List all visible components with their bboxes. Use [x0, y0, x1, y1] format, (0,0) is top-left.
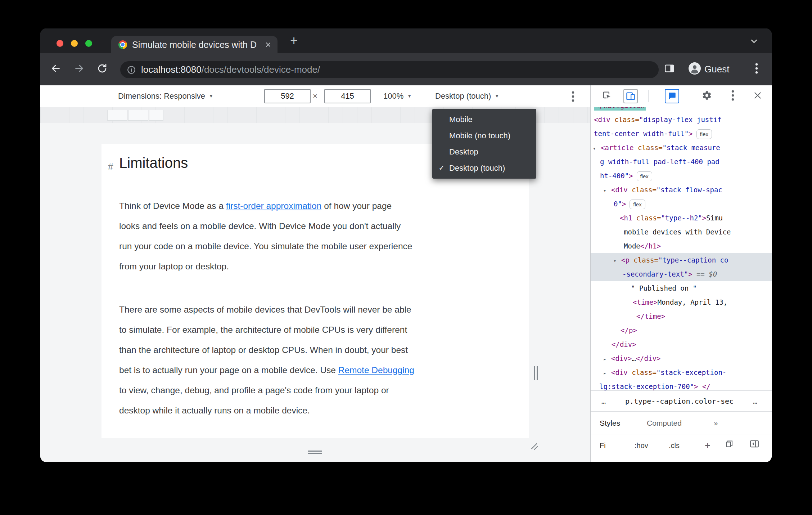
breadcrumb-overflow-left[interactable]: … [601, 391, 606, 412]
browser-menu-kebab-icon[interactable] [755, 63, 758, 75]
dimensions-selector[interactable]: Dimensions: Responsive▼ [118, 85, 213, 107]
gear-icon[interactable] [702, 90, 712, 102]
heading-anchor-hash[interactable]: # [108, 157, 113, 176]
breadcrumb-overflow-right[interactable]: … [753, 391, 757, 412]
dom-tree-node[interactable]: ▾<p class="type--caption co [591, 253, 772, 267]
devtools-kebab-icon[interactable] [731, 90, 734, 102]
dom-tree-node[interactable]: ▸<div>…</div> [591, 351, 772, 366]
sidebar-tab-bar: Styles Computed » [591, 411, 772, 434]
dom-tree-node[interactable]: </p> [591, 323, 772, 337]
disclosure-arrow-icon[interactable]: ▸ [603, 366, 611, 380]
dropdown-item[interactable]: Mobile (no touch) [432, 127, 536, 144]
toggle-element-state-button[interactable]: :hov [635, 434, 648, 457]
console-bubble-icon[interactable] [665, 89, 679, 103]
viewport-width-input[interactable] [264, 89, 311, 103]
url-text: localhost:8080/docs/devtools/device-mode… [141, 64, 320, 75]
dom-tree-node[interactable]: mobile devices with Device [591, 225, 772, 239]
dropdown-item-label: Mobile [449, 115, 473, 124]
tab-close-icon[interactable] [264, 40, 272, 50]
paragraph-text: from your laptop or desktop. [119, 261, 229, 271]
code-segment: > </ [694, 382, 710, 390]
viewport-resize-handle-right[interactable] [534, 366, 535, 380]
tab-styles[interactable]: Styles [600, 412, 620, 435]
inline-link[interactable]: Remote Debugging [338, 365, 414, 375]
element-classes-button[interactable]: .cls [669, 434, 680, 457]
new-tab-button[interactable]: + [290, 33, 298, 48]
flex-badge[interactable]: flex [696, 129, 712, 139]
browser-tab[interactable]: Simulate mobile devices with D [111, 36, 278, 53]
viewport-resize-handle-bottom[interactable] [308, 451, 322, 452]
tab-overflow-chevrons[interactable]: » [714, 412, 719, 435]
viewport-resize-handle-corner[interactable] [530, 442, 538, 452]
paragraph-line: to view, change, debug, and profile a pa… [119, 380, 514, 400]
viewport-height-input[interactable] [324, 89, 371, 103]
back-icon[interactable] [50, 63, 62, 76]
disclosure-arrow-icon[interactable]: ▾ [593, 142, 601, 156]
inspect-icon[interactable] [602, 90, 612, 102]
reload-icon[interactable] [97, 63, 108, 75]
dom-tree-node[interactable]: g width-full pad-left-400 pad [591, 155, 772, 169]
code-segment: </p> [621, 326, 637, 334]
dom-tree-node[interactable]: ▸<div class="stack-exception- [591, 366, 772, 380]
viewport-resize-handle-right[interactable] [537, 366, 538, 380]
code-segment: <h1 [620, 214, 632, 222]
dom-tree-node[interactable]: 0">flex [591, 197, 772, 211]
dom-tree-node[interactable]: Mode</h1> [591, 239, 772, 253]
breadcrumb-selected-node[interactable]: p.type--caption.color-sec [625, 391, 734, 412]
disclosure-arrow-icon[interactable]: ▾ [613, 254, 621, 268]
zoom-value: 100% [383, 91, 403, 100]
dom-tree-node[interactable]: </navigation [591, 107, 772, 113]
dropdown-item[interactable]: Desktop [432, 144, 536, 160]
window-zoom-button[interactable] [85, 40, 92, 47]
devtools-toolbar [590, 85, 772, 107]
styles-filter-input[interactable]: Fi [600, 434, 606, 457]
code-segment: lg:stack-exception-700" [599, 382, 694, 390]
paragraph-text: to simulate. For example, the architectu… [119, 325, 407, 335]
viewport-resize-handle-bottom[interactable] [308, 453, 322, 454]
zoom-selector[interactable]: 100%▼ [383, 85, 412, 107]
tab-strip: Simulate mobile devices with D + [40, 28, 772, 53]
inline-link[interactable]: first-order approximation [226, 201, 322, 211]
copy-styles-icon[interactable] [725, 434, 734, 457]
code-segment: </div> [636, 354, 661, 362]
dom-tree-node[interactable]: <time>Monday, April 13, [591, 295, 772, 309]
device-type-selector[interactable]: Desktop (touch)▼ [435, 85, 499, 107]
window-minimize-button[interactable] [71, 40, 78, 47]
dom-tree-node[interactable]: <h1 class="type--h2">Simu [591, 211, 772, 225]
devtools-close-icon[interactable] [753, 91, 762, 102]
toolbar-divider [648, 90, 649, 102]
dom-tree-node[interactable]: <div class="display-flex justif [591, 113, 772, 127]
dom-tree-node[interactable]: -secondary-text"> == $0 [591, 267, 772, 281]
code-segment: </navigation [594, 107, 646, 111]
chevron-down-icon[interactable] [750, 37, 758, 46]
dom-tree-node[interactable]: </div> [591, 337, 772, 351]
address-bar[interactable]: localhost:8080/docs/devtools/device-mode… [120, 61, 659, 78]
disclosure-arrow-icon[interactable]: ▾ [603, 184, 611, 198]
code-segment: Mode [624, 242, 640, 250]
dropdown-item[interactable]: ✓Desktop (touch) [432, 160, 536, 176]
side-panel-icon[interactable] [664, 64, 675, 74]
flex-badge[interactable]: flex [630, 200, 645, 209]
avatar[interactable] [689, 62, 701, 76]
new-style-rule-button[interactable]: + [705, 434, 710, 457]
dropdown-item[interactable]: Mobile [432, 111, 536, 127]
window-close-button[interactable] [57, 40, 63, 47]
disclosure-arrow-icon[interactable]: ▸ [603, 352, 611, 366]
profile-name[interactable]: Guest [704, 64, 729, 75]
dom-tree-node[interactable]: ▾<div class="stack flow-spac [591, 183, 772, 197]
forward-icon[interactable] [73, 63, 85, 76]
dock-sidebar-toggle-icon[interactable] [750, 434, 759, 457]
dom-tree-node[interactable]: </time> [591, 309, 772, 323]
code-segment: Simu [706, 214, 723, 222]
dom-tree-node[interactable]: ht-400">flex [591, 169, 772, 183]
device-toolbar-toggle-icon[interactable] [623, 89, 638, 103]
info-icon[interactable] [127, 65, 136, 75]
flex-badge[interactable]: flex [637, 171, 652, 181]
dom-tree-node[interactable]: ▾<article class="stack measure [591, 141, 772, 155]
dom-tree-node[interactable]: tent-center width-full">flex [591, 127, 772, 141]
dom-tree-node[interactable]: " Published on " [591, 281, 772, 295]
device-toolbar-kebab-icon[interactable] [572, 85, 574, 107]
code-segment: "type--caption co [658, 256, 728, 264]
tab-computed[interactable]: Computed [647, 412, 682, 435]
code-segment: "stack flow-spac [657, 186, 722, 194]
